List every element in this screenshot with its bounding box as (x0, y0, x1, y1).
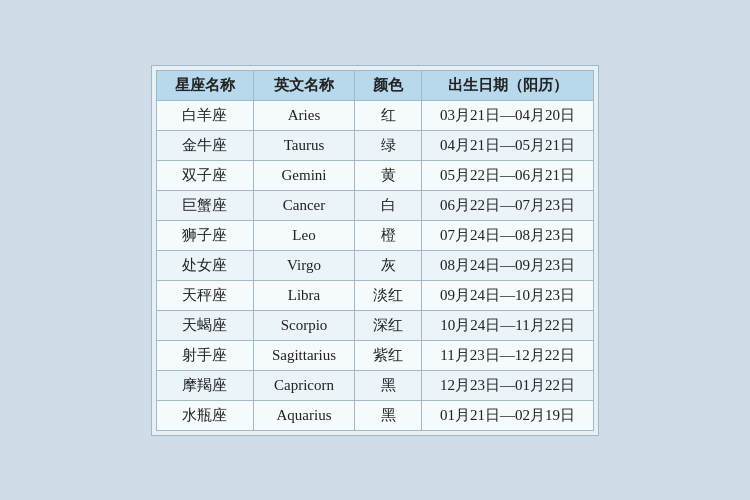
cell-english-name: Leo (253, 220, 354, 250)
cell-dates: 01月21日—02月19日 (422, 400, 594, 430)
cell-color: 紫红 (355, 340, 422, 370)
cell-dates: 11月23日—12月22日 (422, 340, 594, 370)
cell-dates: 07月24日—08月23日 (422, 220, 594, 250)
cell-english-name: Taurus (253, 130, 354, 160)
cell-chinese-name: 天秤座 (156, 280, 253, 310)
cell-dates: 10月24日—11月22日 (422, 310, 594, 340)
table-header-row: 星座名称 英文名称 颜色 出生日期（阳历） (156, 70, 593, 100)
header-english-name: 英文名称 (253, 70, 354, 100)
table-body: 白羊座Aries红03月21日—04月20日金牛座Taurus绿04月21日—0… (156, 100, 593, 430)
cell-dates: 06月22日—07月23日 (422, 190, 594, 220)
cell-dates: 09月24日—10月23日 (422, 280, 594, 310)
cell-english-name: Sagittarius (253, 340, 354, 370)
cell-chinese-name: 处女座 (156, 250, 253, 280)
cell-dates: 04月21日—05月21日 (422, 130, 594, 160)
table-row: 水瓶座Aquarius黑01月21日—02月19日 (156, 400, 593, 430)
table-row: 巨蟹座Cancer白06月22日—07月23日 (156, 190, 593, 220)
cell-color: 黄 (355, 160, 422, 190)
header-dates: 出生日期（阳历） (422, 70, 594, 100)
table-row: 金牛座Taurus绿04月21日—05月21日 (156, 130, 593, 160)
cell-english-name: Capricorn (253, 370, 354, 400)
table-row: 狮子座Leo橙07月24日—08月23日 (156, 220, 593, 250)
cell-color: 黑 (355, 370, 422, 400)
table-row: 双子座Gemini黄05月22日—06月21日 (156, 160, 593, 190)
cell-chinese-name: 天蝎座 (156, 310, 253, 340)
cell-dates: 12月23日—01月22日 (422, 370, 594, 400)
cell-chinese-name: 双子座 (156, 160, 253, 190)
cell-english-name: Virgo (253, 250, 354, 280)
cell-dates: 03月21日—04月20日 (422, 100, 594, 130)
cell-english-name: Aquarius (253, 400, 354, 430)
zodiac-table-container: 星座名称 英文名称 颜色 出生日期（阳历） 白羊座Aries红03月21日—04… (151, 65, 599, 436)
table-row: 处女座Virgo灰08月24日—09月23日 (156, 250, 593, 280)
cell-chinese-name: 狮子座 (156, 220, 253, 250)
cell-color: 绿 (355, 130, 422, 160)
cell-color: 白 (355, 190, 422, 220)
cell-color: 灰 (355, 250, 422, 280)
cell-chinese-name: 射手座 (156, 340, 253, 370)
table-row: 白羊座Aries红03月21日—04月20日 (156, 100, 593, 130)
cell-color: 黑 (355, 400, 422, 430)
cell-english-name: Aries (253, 100, 354, 130)
cell-english-name: Scorpio (253, 310, 354, 340)
cell-english-name: Gemini (253, 160, 354, 190)
table-row: 摩羯座Capricorn黑12月23日—01月22日 (156, 370, 593, 400)
cell-chinese-name: 金牛座 (156, 130, 253, 160)
cell-dates: 05月22日—06月21日 (422, 160, 594, 190)
table-row: 天蝎座Scorpio深红10月24日—11月22日 (156, 310, 593, 340)
cell-chinese-name: 巨蟹座 (156, 190, 253, 220)
table-row: 射手座Sagittarius紫红11月23日—12月22日 (156, 340, 593, 370)
zodiac-table: 星座名称 英文名称 颜色 出生日期（阳历） 白羊座Aries红03月21日—04… (156, 70, 594, 431)
header-color: 颜色 (355, 70, 422, 100)
cell-color: 橙 (355, 220, 422, 250)
header-chinese-name: 星座名称 (156, 70, 253, 100)
cell-chinese-name: 摩羯座 (156, 370, 253, 400)
cell-dates: 08月24日—09月23日 (422, 250, 594, 280)
table-row: 天秤座Libra淡红09月24日—10月23日 (156, 280, 593, 310)
cell-chinese-name: 水瓶座 (156, 400, 253, 430)
cell-chinese-name: 白羊座 (156, 100, 253, 130)
cell-english-name: Cancer (253, 190, 354, 220)
cell-english-name: Libra (253, 280, 354, 310)
cell-color: 深红 (355, 310, 422, 340)
cell-color: 红 (355, 100, 422, 130)
cell-color: 淡红 (355, 280, 422, 310)
